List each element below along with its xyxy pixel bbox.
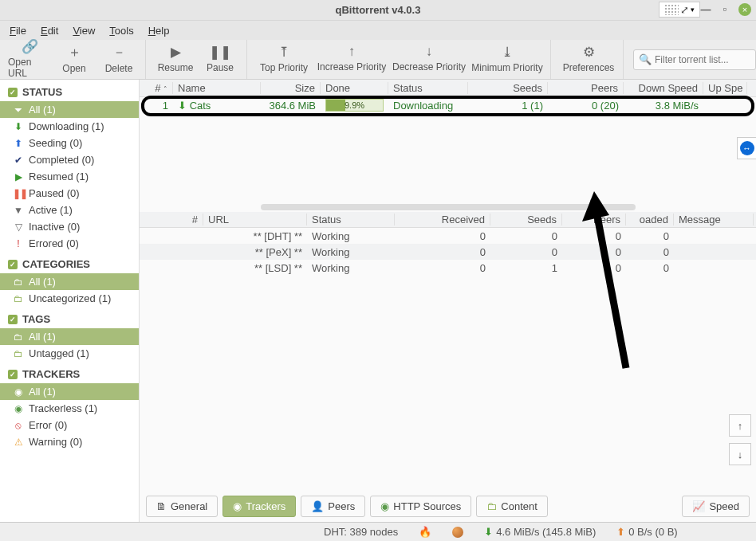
trackers-error[interactable]: ⦸Error (0)	[0, 417, 139, 433]
network-icon: ◉	[13, 386, 24, 398]
tracker-row[interactable]: ** [LSD] **Working0100	[140, 260, 756, 276]
toolbar: 🔗Open URL ＋Open －Delete ▶Resume ❚❚Pause …	[0, 40, 756, 80]
bottom-icon: ⤓	[502, 44, 513, 61]
top-priority-button[interactable]: ⤒Top Priority	[255, 40, 313, 76]
categories-all[interactable]: 🗀All (1)	[0, 273, 139, 290]
folder-icon: 🗀	[13, 293, 24, 304]
sb-firewall[interactable]: 🔥	[419, 526, 431, 538]
firewall-icon: 🔥	[419, 526, 431, 538]
trackers-all[interactable]: ◉All (1)	[0, 383, 139, 400]
statusbar: DHT: 389 nodes 🔥 ⬇4.6 MiB/s (145.8 MiB) …	[0, 522, 756, 541]
tags-untagged[interactable]: 🗀Untagged (1)	[0, 345, 139, 362]
trackers-warning[interactable]: ⚠Warning (0)	[0, 433, 139, 450]
document-icon: 🗎	[156, 500, 167, 512]
move-down-button[interactable]: ↓	[729, 443, 751, 465]
categories-uncat[interactable]: 🗀Uncategorized (1)	[0, 290, 139, 307]
open-url-button[interactable]: 🔗Open URL	[8, 40, 51, 76]
sb-globe[interactable]	[452, 527, 463, 538]
status-all[interactable]: ⏷All (1)	[0, 101, 139, 118]
tab-peers[interactable]: 👤Peers	[301, 496, 365, 517]
sort-icon: ˄	[163, 85, 167, 93]
open-button[interactable]: ＋Open	[53, 40, 96, 76]
delete-button[interactable]: －Delete	[97, 40, 140, 76]
sb-down[interactable]: ⬇4.6 MiB/s (145.8 MiB)	[484, 526, 596, 538]
fullscreen-icon: ⤢	[680, 4, 689, 16]
tab-http-sources[interactable]: ◉HTTP Sources	[370, 496, 471, 517]
sb-up[interactable]: ⬆0 B/s (0 B)	[616, 526, 677, 538]
trackers-header[interactable]: ✓TRACKERS	[0, 365, 139, 383]
close-button[interactable]: ×	[738, 3, 751, 16]
plus-icon: ＋	[68, 43, 81, 61]
tags-all[interactable]: 🗀All (1)	[0, 328, 139, 345]
status-paused[interactable]: ❚❚Paused (0)	[0, 185, 139, 202]
menu-edit[interactable]: Edit	[41, 25, 58, 37]
cell-peers: 0 (20)	[548, 100, 624, 112]
link-icon: 🔗	[22, 38, 38, 55]
status-downloading[interactable]: ⬇Downloading (1)	[0, 118, 139, 135]
status-header[interactable]: ✓STATUS	[0, 83, 139, 101]
chart-icon: 📈	[692, 500, 705, 512]
pause-button[interactable]: ❚❚Pause	[199, 40, 242, 76]
torrent-row[interactable]: 1 ⬇ Cats 364.6 MiB 9.9% Downloading 1 (1…	[140, 97, 756, 113]
globe-icon	[452, 527, 463, 538]
resume-button[interactable]: ▶Resume	[154, 40, 197, 76]
status-seeding[interactable]: ⬆Seeding (0)	[0, 135, 139, 151]
status-completed[interactable]: ✔Completed (0)	[0, 151, 139, 168]
arrow-up-icon: ↑	[738, 420, 743, 432]
minimum-priority-button[interactable]: ⤓Minimum Priority	[469, 40, 545, 76]
sb-dht: DHT: 389 nodes	[324, 526, 398, 538]
decrease-priority-button[interactable]: ↓Decrease Priority	[391, 40, 467, 76]
tab-general[interactable]: 🗎General	[146, 496, 218, 517]
dropdown-icon: ▾	[691, 6, 695, 14]
all-icon: ⏷	[13, 104, 24, 116]
cell-seeds: 1 (1)	[468, 100, 548, 112]
status-active[interactable]: ▼Active (1)	[0, 202, 139, 218]
search-box[interactable]: 🔍	[633, 49, 756, 70]
cell-done: 9.9%	[321, 97, 388, 113]
funnel-outline-icon: ▽	[13, 221, 24, 233]
trackers-trackerless[interactable]: ◉Trackerless (1)	[0, 400, 139, 417]
menu-file[interactable]: File	[10, 25, 26, 37]
upload-icon: ⬆	[616, 526, 625, 538]
titlebar: qBittorrent v4.0.3 ⤢ ▾ — ▫ ×	[0, 0, 756, 21]
network-icon: ◉	[233, 500, 242, 512]
expand-widget[interactable]: ⤢ ▾	[659, 2, 700, 18]
network-icon: ◉	[13, 403, 24, 414]
down-icon: ↓	[426, 44, 433, 60]
status-errored[interactable]: !Errored (0)	[0, 235, 139, 252]
download-icon: ⬇	[13, 121, 24, 132]
increase-priority-button[interactable]: ↑Increase Priority	[314, 40, 389, 76]
pause-icon: ❚❚	[209, 44, 231, 61]
minus-icon: －	[112, 43, 126, 61]
status-inactive[interactable]: ▽Inactive (0)	[0, 218, 139, 235]
menu-tools[interactable]: Tools	[109, 25, 133, 37]
tracker-row[interactable]: ** [DHT] **Working0000	[140, 228, 756, 244]
play-icon: ▶	[171, 44, 181, 61]
search-input[interactable]	[655, 54, 750, 65]
tab-content[interactable]: 🗀Content	[476, 496, 548, 517]
preferences-button[interactable]: ⚙Preferences	[559, 40, 618, 76]
check-icon: ✔	[13, 155, 24, 166]
menubar: File Edit View Tools Help	[0, 21, 756, 40]
status-resumed[interactable]: ▶Resumed (1)	[0, 168, 139, 185]
trackers-table-header[interactable]: # URL Status Received Seeds Peers oaded …	[140, 212, 756, 228]
menu-help[interactable]: Help	[148, 25, 170, 37]
menu-view[interactable]: View	[73, 25, 95, 37]
error-icon: !	[13, 238, 24, 249]
tab-trackers[interactable]: ◉Trackers	[222, 496, 296, 517]
teamviewer-tab[interactable]: ↔	[737, 137, 756, 159]
folder-icon: 🗀	[13, 331, 24, 343]
tracker-row[interactable]: ** [PeX] **Working0000	[140, 244, 756, 260]
move-up-button[interactable]: ↑	[729, 414, 751, 437]
folder-icon: 🗀	[13, 276, 24, 288]
torrent-table-header[interactable]: # ˄ Name Size Done Status Seeds Peers Do…	[140, 80, 756, 97]
check-icon: ✓	[8, 260, 18, 269]
tags-header[interactable]: ✓TAGS	[0, 310, 139, 328]
maximize-button[interactable]: ▫	[719, 4, 730, 15]
categories-header[interactable]: ✓CATEGORIES	[0, 255, 139, 273]
check-icon: ✓	[8, 315, 18, 324]
horizontal-scrollbar[interactable]	[140, 202, 756, 212]
minimize-button[interactable]: —	[700, 4, 711, 15]
download-icon: ⬇	[484, 526, 493, 538]
tab-speed[interactable]: 📈Speed	[682, 496, 750, 517]
